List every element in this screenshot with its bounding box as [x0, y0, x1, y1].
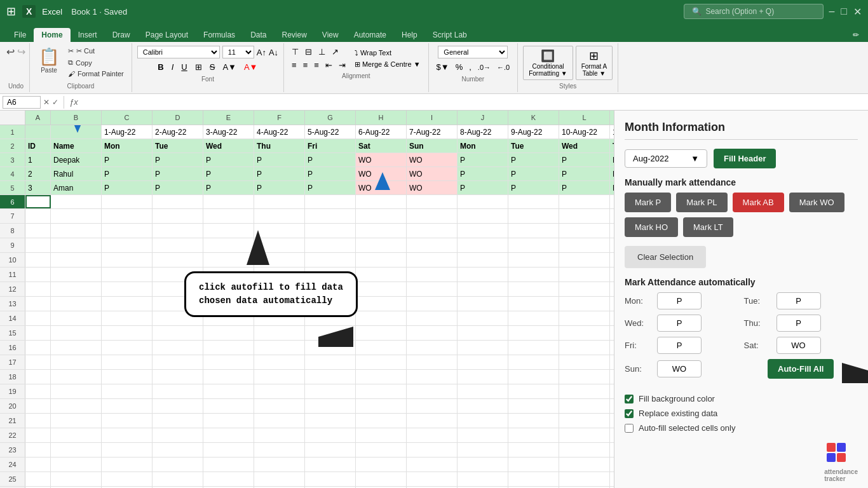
grid-cell[interactable]	[254, 399, 305, 413]
grid-cell[interactable]	[407, 238, 458, 252]
grid-cell[interactable]	[305, 399, 356, 413]
grid-cell[interactable]	[407, 370, 458, 384]
bold-btn[interactable]: B	[155, 61, 166, 73]
grid-cell[interactable]	[610, 458, 614, 471]
cell-K1[interactable]: 9-Aug-22	[508, 125, 559, 139]
grid-cell[interactable]	[356, 297, 407, 311]
grid-cell[interactable]	[508, 282, 559, 296]
grid-cell[interactable]	[153, 443, 203, 457]
grid-cell[interactable]	[254, 311, 305, 325]
grid-cell[interactable]	[407, 209, 458, 223]
grid-cell[interactable]	[407, 268, 458, 281]
cell-C6[interactable]	[102, 195, 153, 208]
grid-cell[interactable]	[51, 472, 102, 486]
cell-E1[interactable]: 3-Aug-22	[203, 125, 254, 139]
grid-cell[interactable]	[559, 414, 610, 428]
grid-cell[interactable]	[203, 458, 254, 471]
redo-button[interactable]: ↪	[17, 46, 25, 58]
grid-cell[interactable]	[610, 297, 614, 311]
grid-cell[interactable]	[508, 268, 559, 281]
grid-cell[interactable]	[102, 370, 153, 384]
row-num-18[interactable]: 18	[0, 370, 25, 384]
grid-cell[interactable]	[51, 297, 102, 311]
grid-cell[interactable]	[508, 253, 559, 267]
strikethrough-btn[interactable]: S	[207, 61, 218, 73]
auto-fill-all-button[interactable]: Auto-Fill All	[768, 359, 834, 379]
grid-cell[interactable]	[102, 414, 153, 428]
grid-cell[interactable]	[610, 253, 614, 267]
grid-cell[interactable]	[254, 326, 305, 340]
increase-font-btn[interactable]: A↑	[257, 48, 266, 57]
grid-cell[interactable]	[407, 224, 458, 238]
col-header-K[interactable]: K	[508, 111, 559, 125]
cell-F1[interactable]: 4-Aug-22	[254, 125, 305, 139]
grid-cell[interactable]	[102, 224, 153, 238]
tab-view[interactable]: View	[315, 28, 346, 42]
grid-cell[interactable]	[356, 326, 407, 340]
grid-cell[interactable]	[458, 268, 508, 281]
grid-cell[interactable]	[25, 341, 51, 355]
grid-cell[interactable]	[305, 224, 356, 238]
grid-cell[interactable]	[254, 384, 305, 398]
grid-cell[interactable]	[305, 268, 356, 281]
grid-cell[interactable]	[559, 268, 610, 281]
col-header-D[interactable]: D	[153, 111, 203, 125]
grid-cell[interactable]	[559, 399, 610, 413]
cell-A6[interactable]	[25, 195, 51, 208]
fri-input[interactable]	[657, 337, 702, 354]
grid-cell[interactable]	[407, 458, 458, 471]
sun-input[interactable]	[657, 360, 702, 377]
selected-only-checkbox-row[interactable]: Auto-fill selected cells only	[625, 423, 858, 433]
col-header-I[interactable]: I	[407, 111, 458, 125]
grid-cell[interactable]	[153, 268, 203, 281]
indent-decrease-btn[interactable]: ⇤	[323, 59, 335, 71]
cell-B2[interactable]: Name	[51, 139, 102, 152]
grid-cell[interactable]	[25, 370, 51, 384]
grid-cell[interactable]	[153, 370, 203, 384]
grid-cell[interactable]	[559, 224, 610, 238]
grid-cell[interactable]	[407, 326, 458, 340]
conditional-formatting-btn[interactable]: 🔲 Conditional Formatting ▼	[523, 46, 573, 80]
grid-cell[interactable]	[458, 238, 508, 252]
grid-cell[interactable]	[254, 209, 305, 223]
grid-cell[interactable]	[25, 238, 51, 252]
app-grid-icon[interactable]: ⊞	[6, 4, 16, 18]
grid-cell[interactable]	[407, 253, 458, 267]
grid-cell[interactable]	[153, 355, 203, 369]
grid-cell[interactable]	[559, 384, 610, 398]
grid-cell[interactable]	[356, 414, 407, 428]
grid-cell[interactable]	[407, 428, 458, 442]
grid-cell[interactable]	[610, 268, 614, 281]
tab-file[interactable]: File	[6, 28, 34, 42]
grid-cell[interactable]	[559, 341, 610, 355]
grid-cell[interactable]	[508, 399, 559, 413]
grid-cell[interactable]	[102, 384, 153, 398]
row-num-24[interactable]: 24	[0, 458, 25, 471]
sat-input[interactable]	[776, 337, 821, 354]
cell-J1[interactable]: 8-Aug-22	[458, 125, 508, 139]
cell-C5[interactable]: P	[102, 181, 153, 194]
format-painter-button[interactable]: 🖌 Format Painter	[65, 69, 126, 79]
cell-J3[interactable]: P	[458, 153, 508, 166]
grid-cell[interactable]	[102, 311, 153, 325]
grid-cell[interactable]	[153, 399, 203, 413]
search-input[interactable]	[705, 7, 807, 16]
grid-cell[interactable]	[305, 253, 356, 267]
row-num-23[interactable]: 23	[0, 443, 25, 457]
grid-cell[interactable]	[356, 443, 407, 457]
grid-cell[interactable]	[305, 414, 356, 428]
cell-I4[interactable]: WO	[407, 167, 458, 180]
cell-C2[interactable]: Mon	[102, 139, 153, 152]
cell-F6[interactable]	[254, 195, 305, 208]
mark-wo-button[interactable]: Mark WO	[789, 193, 844, 212]
row-num-9[interactable]: 9	[0, 238, 25, 252]
cell-L3[interactable]: P	[559, 153, 610, 166]
grid-cell[interactable]	[25, 282, 51, 296]
cell-D3[interactable]: P	[153, 153, 203, 166]
grid-cell[interactable]	[458, 458, 508, 471]
grid-cell[interactable]	[508, 370, 559, 384]
cell-E6[interactable]	[203, 195, 254, 208]
row-num-12[interactable]: 12	[0, 282, 25, 296]
selected-only-checkbox[interactable]	[625, 424, 634, 433]
cell-F3[interactable]: P	[254, 153, 305, 166]
